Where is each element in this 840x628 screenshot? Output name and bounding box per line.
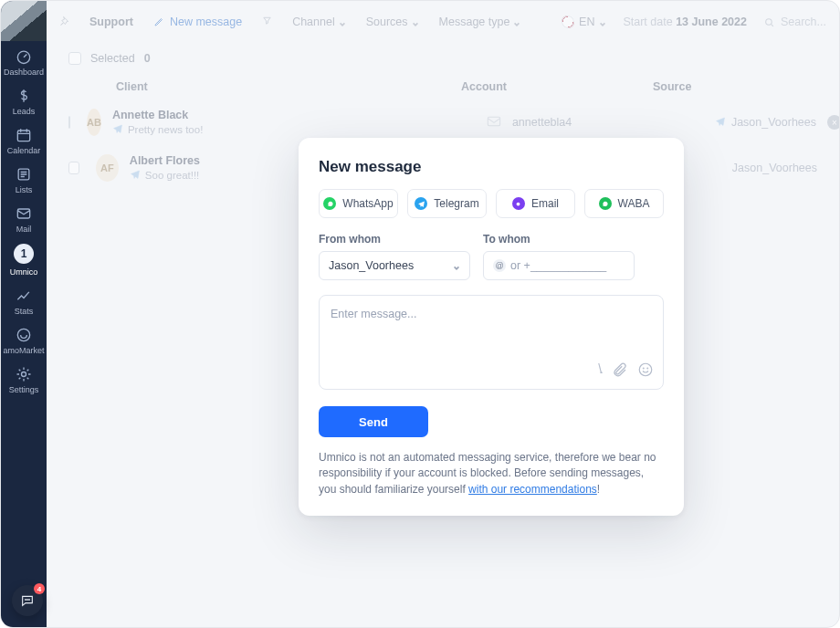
- bulk-select-header: Selected 0: [47, 43, 839, 74]
- filter-sources[interactable]: Sources: [366, 16, 419, 28]
- nav-stats[interactable]: Stats: [1, 280, 47, 319]
- signature-icon[interactable]: \..: [598, 361, 601, 382]
- row-checkbox[interactable]: [68, 162, 79, 174]
- language-code: EN: [579, 16, 594, 28]
- nav-leads[interactable]: Leads: [1, 80, 47, 120]
- disclaimer-post: !: [597, 483, 600, 496]
- svg-rect-7: [488, 117, 499, 125]
- from-value: Jason_Voorhees: [329, 259, 414, 272]
- funnel-icon[interactable]: [262, 16, 272, 28]
- channel-label: WABA: [618, 197, 650, 210]
- nav-label: Settings: [9, 385, 39, 394]
- calendar-icon: [15, 126, 33, 144]
- channel-telegram[interactable]: Telegram: [407, 189, 487, 218]
- envelope-icon[interactable]: [461, 116, 501, 130]
- date-filter[interactable]: Start date 13 June 2022: [623, 16, 747, 28]
- avatar: AB: [87, 109, 101, 136]
- svg-point-6: [766, 18, 772, 24]
- channel-waba[interactable]: WABA: [584, 189, 664, 218]
- mail-icon: [15, 204, 33, 223]
- message-snippet: Pretty news too!: [128, 124, 203, 135]
- svg-rect-3: [17, 209, 29, 218]
- at-icon: @: [493, 259, 506, 272]
- table-header: Client Account Source: [47, 74, 839, 99]
- gauge-icon: [15, 47, 33, 66]
- svg-point-13: [27, 600, 28, 601]
- svg-point-5: [22, 372, 26, 377]
- svg-point-4: [17, 329, 29, 340]
- whatsapp-icon: [323, 197, 336, 210]
- fab-badge: 4: [34, 583, 45, 594]
- dollar-icon: [15, 87, 33, 105]
- channel-whatsapp[interactable]: WhatsApp: [319, 189, 398, 218]
- remove-source-icon[interactable]: ×: [827, 115, 840, 130]
- nav-mail[interactable]: Mail: [1, 198, 47, 237]
- message-placeholder: Enter message...: [331, 308, 417, 320]
- telegram-icon: [130, 169, 141, 182]
- textarea-tools: \..: [598, 361, 654, 382]
- telegram-icon: [112, 123, 123, 136]
- chevron-down-icon: [599, 18, 606, 26]
- source-name: Jason_Voorhees: [731, 116, 816, 129]
- row-checkbox[interactable]: [68, 116, 70, 129]
- gear-icon: [15, 365, 33, 383]
- source-name: Jason_Voorhees: [732, 162, 817, 174]
- channel-label: Telegram: [434, 197, 478, 210]
- disclaimer-link[interactable]: with our recommendations: [468, 483, 597, 496]
- svg-rect-1: [17, 131, 29, 141]
- col-source-header: Source: [653, 80, 817, 93]
- chat-fab[interactable]: 4: [12, 585, 43, 616]
- chevron-down-icon: [453, 262, 460, 269]
- list-icon: [15, 165, 33, 183]
- toolbar-search[interactable]: Search...: [763, 16, 826, 28]
- nav-badge: 1: [14, 244, 34, 264]
- from-select[interactable]: Jason_Voorhees: [319, 251, 470, 280]
- svg-point-12: [26, 600, 26, 601]
- nav-settings[interactable]: Settings: [1, 359, 47, 398]
- nav-lists[interactable]: Lists: [1, 159, 47, 198]
- client-name: Annette Black: [112, 109, 450, 121]
- select-all-checkbox[interactable]: [68, 52, 81, 65]
- nav-label: Calendar: [7, 146, 41, 155]
- modal-title: New message: [319, 158, 664, 176]
- waba-icon: [599, 197, 612, 210]
- filter-channel[interactable]: Channel: [292, 16, 346, 28]
- nav-label: Lists: [16, 185, 33, 194]
- nav-dashboard[interactable]: Dashboard: [1, 41, 47, 80]
- user-avatar[interactable]: [1, 1, 47, 41]
- to-input[interactable]: @ or +____________: [483, 251, 635, 280]
- send-button[interactable]: Send: [319, 406, 428, 437]
- search-placeholder: Search...: [781, 16, 826, 28]
- channel-email[interactable]: Email: [496, 189, 575, 218]
- support-label[interactable]: Support: [89, 16, 133, 28]
- to-label: To whom: [483, 233, 530, 246]
- to-placeholder: or +____________: [510, 259, 606, 272]
- selected-label: Selected: [90, 52, 135, 65]
- attach-icon[interactable]: [612, 361, 628, 382]
- avatar: AF: [96, 154, 119, 182]
- send-label: Send: [359, 415, 388, 429]
- account-name: annettebla4: [512, 116, 704, 129]
- pin-icon[interactable]: [59, 16, 69, 28]
- nav-umnico[interactable]: 1 Umnico: [1, 237, 47, 280]
- from-label: From whom: [319, 233, 470, 246]
- nav-label: Mail: [16, 225, 32, 234]
- date-prefix: Start date: [623, 16, 672, 28]
- new-message-label: New message: [170, 16, 242, 28]
- nav-amomarket[interactable]: amoMarket: [1, 319, 47, 359]
- chevron-down-icon: [513, 18, 520, 26]
- nav-calendar[interactable]: Calendar: [1, 120, 47, 159]
- filter-message-type[interactable]: Message type: [439, 16, 521, 28]
- email-icon: [512, 197, 525, 210]
- svg-point-14: [29, 600, 30, 601]
- nav-label: amoMarket: [3, 346, 44, 355]
- message-snippet: Soo great!!!: [145, 170, 199, 181]
- language-selector[interactable]: EN: [562, 16, 606, 28]
- flag-icon: [562, 16, 574, 28]
- message-textarea[interactable]: Enter message... \..: [319, 295, 664, 390]
- top-toolbar: Support New message Channel Sources: [47, 1, 839, 43]
- filter-label: Channel: [292, 16, 335, 28]
- nav-label: Dashboard: [4, 68, 44, 77]
- toolbar-new-message[interactable]: New message: [153, 16, 242, 28]
- emoji-icon[interactable]: [637, 361, 654, 382]
